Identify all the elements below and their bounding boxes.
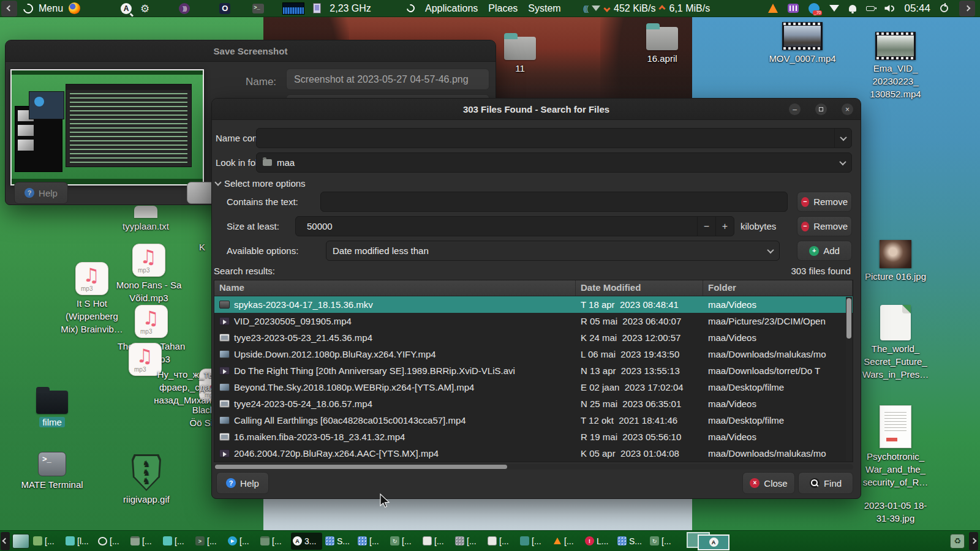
desktop-icon-screenshot-jan[interactable]: 2023-01-05 18-31-39.jpg	[850, 497, 941, 525]
search-dialog-titlebar[interactable]: 303 Files Found - Search for Files – ×	[212, 99, 861, 120]
taskbar-window-button[interactable]: !L...	[583, 533, 614, 550]
result-row[interactable]: spykas-2023-04-17_18.15.36.mkvT 18 apr 2…	[214, 296, 853, 313]
taskbar-collapse-left-button[interactable]	[1, 532, 10, 550]
notifications-bell-icon[interactable]	[849, 5, 856, 12]
taskbar-window-button[interactable]: [...	[453, 533, 484, 550]
search-help-button[interactable]: ? Help	[216, 472, 269, 494]
more-options-expander[interactable]: Select more options	[216, 178, 306, 189]
show-desktop-button[interactable]	[12, 534, 29, 549]
applications-menu-icon[interactable]	[405, 2, 416, 13]
column-name[interactable]: Name	[214, 280, 576, 296]
system-menu[interactable]: System	[528, 3, 560, 14]
gears-icon[interactable]: ⚙	[140, 2, 149, 15]
taskbar-window-button[interactable]: ↻[...	[388, 533, 420, 550]
power-icon[interactable]	[940, 4, 948, 12]
taskbar-window-button[interactable]: [...	[356, 533, 387, 550]
taskbar-window-button[interactable]: S...	[323, 533, 355, 550]
result-row[interactable]: 2046.2004.720p.BluRay.x264.AAC-[YTS.MX].…	[214, 445, 853, 462]
horizontal-scrollbar[interactable]	[214, 464, 853, 470]
opera-icon[interactable]: O	[219, 3, 230, 14]
taskbar-window-button[interactable]: [...	[226, 533, 257, 550]
remove-text-button[interactable]: − Remove	[797, 192, 852, 212]
taskbar-window-button[interactable]: [...	[421, 533, 452, 550]
contains-text-input[interactable]	[320, 192, 788, 212]
search-tool-icon[interactable]: A	[121, 3, 132, 14]
taskbar-window-button[interactable]: >[...	[194, 533, 225, 550]
network-down-speed[interactable]: 452 KiB/s	[614, 3, 655, 14]
result-row[interactable]: 16.maiken.fiba-2023-05-18_23.41.32.mp4R …	[214, 429, 853, 445]
taskbar-window-button[interactable]: A3...	[291, 533, 322, 550]
mate-menu-icon[interactable]	[21, 1, 35, 15]
result-row[interactable]: VID_20230505_091905.mp4R 05 mai 2023 06:…	[214, 313, 853, 329]
desktop-icon-ema-vid[interactable]: Ema_VID_20230223_130852.mp4	[850, 32, 941, 100]
taskbar-window-button[interactable]: [...	[258, 533, 290, 550]
result-row[interactable]: Calling All Earthlings [60ac4828ca015c00…	[214, 412, 853, 429]
taskbar-window-button[interactable]: [...	[31, 533, 62, 550]
result-row[interactable]: tyye23-2023-05-23_21.45.36.mp4K 24 mai 2…	[214, 329, 853, 346]
desktop-icon-picture-016[interactable]: Picture 016.jpg	[850, 240, 941, 283]
taskbar-window-button[interactable]: [...	[129, 533, 160, 550]
results-header[interactable]: Name Date Modified Folder	[214, 280, 853, 296]
desktop-icon-folder-16april[interactable]: 16.april	[616, 27, 708, 65]
wifi-applet-icon[interactable]	[592, 6, 600, 11]
maximize-icon[interactable]	[815, 103, 827, 115]
taskbar-window-button[interactable]: ↻[...	[648, 533, 679, 550]
places-menu[interactable]: Places	[488, 3, 518, 14]
panel-collapse-right-button[interactable]	[959, 1, 975, 17]
desktop-icon-riigivapp[interactable]: ♞♞♞riigivapp.gif	[100, 454, 192, 506]
cpu-frequency[interactable]: 2,23 GHz	[330, 3, 371, 14]
firefox-icon[interactable]	[69, 2, 80, 14]
result-row[interactable]: Upside.Down.2012.1080p.BluRay.x264.YIFY.…	[214, 346, 853, 362]
taskbar-window-button[interactable]: S...	[616, 533, 647, 550]
find-button[interactable]: Find	[798, 472, 853, 494]
audio-applet-icon[interactable]	[788, 4, 799, 13]
name-contains-input[interactable]	[256, 128, 852, 148]
minimize-icon[interactable]: –	[789, 103, 801, 115]
cpu-applet-icon[interactable]	[313, 3, 321, 13]
taskbar-collapse-right-button[interactable]	[969, 532, 978, 550]
save-name-input[interactable]: Screenshot at 2023-05-27 04-57-46.png	[286, 69, 489, 90]
tray-badge-icon[interactable]: _70	[809, 3, 820, 14]
taskbar-window-button[interactable]: [l...	[64, 533, 95, 550]
vertical-scrollbar[interactable]	[846, 297, 852, 461]
battery-icon[interactable]	[866, 6, 875, 11]
desktop-icon-mate-terminal[interactable]: >_MATE Terminal	[6, 452, 98, 491]
available-options-select[interactable]: Date modified less than	[326, 241, 780, 261]
desktop-icon-tyyplaan[interactable]: tyyplaan.txt	[100, 206, 192, 233]
result-row[interactable]: Beyond.The.Sky.2018.1080p.WEBRip.x264-[Y…	[214, 379, 853, 395]
volume-icon[interactable]	[884, 5, 894, 12]
column-folder[interactable]: Folder	[703, 280, 853, 296]
taskbar-window-button[interactable]: [...	[518, 533, 549, 550]
window-selector-applet[interactable]: A	[687, 532, 734, 550]
clock[interactable]: 05:44	[904, 2, 930, 15]
add-rule-button[interactable]: + Add	[797, 241, 852, 261]
save-dialog-titlebar[interactable]: Save Screenshot	[6, 40, 496, 62]
name-contains-dropdown[interactable]	[834, 129, 851, 148]
desktop-icon-mov-0007[interactable]: MOV_0007.mp4	[756, 22, 848, 65]
remove-size-button[interactable]: − Remove	[797, 216, 852, 236]
taskbar-window-button[interactable]: [...	[96, 533, 127, 550]
close-button[interactable]: × Close	[742, 472, 795, 494]
look-in-folder-select[interactable]: maa	[256, 152, 852, 173]
scrollbar-thumb[interactable]	[215, 465, 507, 469]
desktop-icon-filme[interactable]: filme	[6, 391, 98, 429]
desktop-icon-psychotronic[interactable]: Psychotronic_War_and_the_security_of_R…	[850, 405, 941, 489]
scrollbar-thumb[interactable]	[846, 298, 851, 339]
tor-browser-icon[interactable]: )))	[179, 3, 190, 14]
taskbar-window-button[interactable]: [...	[486, 533, 517, 550]
size-decrement-button[interactable]: −	[697, 217, 715, 236]
wifi-status-icon[interactable]	[829, 5, 839, 12]
taskbar-window-button[interactable]: [...	[161, 533, 192, 550]
applications-menu[interactable]: Applications	[425, 3, 478, 14]
close-icon[interactable]: ×	[842, 103, 853, 115]
size-increment-button[interactable]: +	[715, 217, 734, 236]
network-up-speed[interactable]: 6,1 MiB/s	[669, 3, 710, 14]
vlc-tray-icon[interactable]	[768, 4, 778, 13]
taskbar-window-button[interactable]: [...	[551, 533, 582, 550]
size-at-least-input[interactable]: 50000 − +	[295, 216, 734, 236]
column-date-modified[interactable]: Date Modified	[576, 280, 703, 296]
radio-signal-icon[interactable]: (((	[583, 4, 587, 13]
trash-icon[interactable]: ♻	[950, 534, 965, 549]
result-row[interactable]: Do The Right Thing [20th Anniversary SE]…	[214, 362, 853, 379]
system-monitor-graph[interactable]	[282, 2, 304, 15]
